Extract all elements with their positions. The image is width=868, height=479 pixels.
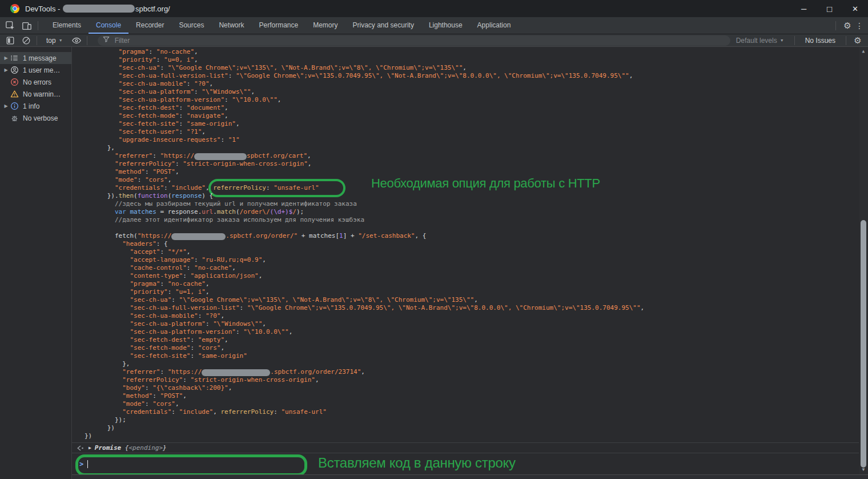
console-code-line: }) [85,424,868,432]
tab-performance[interactable]: Performance [251,17,306,34]
sidebar-item-verbose[interactable]: No verbose [0,112,71,124]
redacted-text-blur [202,369,270,376]
console-result-row: ▶ Promise {<pending>} [72,443,868,453]
console-settings-gear-icon[interactable]: ⚙ [851,35,865,46]
sidebar-item-label: No warnin… [23,90,61,98]
sidebar-item-messages[interactable]: ▶ 1 message [0,52,71,64]
console-code-line: //здесь мы разбираем текущий url и получ… [85,200,868,208]
console-code-line: "sec-ch-ua-platform-version": "\"10.0.0\… [85,328,868,336]
expand-arrow-icon[interactable]: ▶ [89,445,91,450]
bottom-strip [72,474,868,479]
console-code-line: "referrerPolicy": "strict-origin-when-cr… [85,376,868,384]
console-code-line: var matches = response.url.match(/order\… [85,208,868,216]
console-code-line: "sec-ch-ua": "\"Google Chrome\";v=\"135\… [85,296,868,304]
console-code-line: "headers": { [85,240,868,248]
console-code-line: "sec-ch-ua-full-version-list": "\"Google… [85,72,868,80]
filter-box[interactable] [98,35,730,46]
tab-memory[interactable]: Memory [306,17,345,34]
scroll-up-arrow-icon[interactable]: ▲ [859,48,868,55]
console-code-line: "accept": "*/*", [85,248,868,256]
console-code-line: "method": "POST", [85,392,868,400]
tab-recorder[interactable]: Recorder [128,17,171,34]
console-code-line: "referrer": "https://spbctf.org/cart", [85,152,868,160]
inspect-element-icon[interactable] [4,19,17,32]
console-sidebar-toggle-icon[interactable] [5,35,16,46]
filter-funnel-icon [102,35,110,46]
console-code-line: "sec-ch-ua-platform": "\"Windows\"", [85,320,868,328]
chevron-down-icon: ▼ [780,38,784,42]
log-levels-dropdown[interactable]: Default levels ▼ [736,37,784,45]
console-code-line: "sec-ch-ua": "\"Google Chrome\";v=\"135\… [85,64,868,72]
user-icon [10,66,19,75]
console-code-line: "upgrade-insecure-requests": "1" [85,136,868,144]
console-code-line: "content-type": "application/json", [85,272,868,280]
minimize-button[interactable]: ─ [791,0,817,17]
console-code-line: "sec-fetch-mode": "navigate", [85,112,868,120]
tab-network[interactable]: Network [211,17,251,34]
device-toolbar-icon[interactable] [21,19,33,32]
expand-arrow-icon[interactable]: ▶ [3,55,9,61]
console-code-line: "pragma": "no-cache", [85,48,868,56]
context-selector[interactable]: top ▼ [46,37,63,45]
scrollbar[interactable]: ▲ ▼ [859,47,868,474]
expand-arrow-icon[interactable]: ▶ [3,103,9,109]
console-code-line: "referrer": "https://.spbctf.org/order/2… [85,368,868,376]
annotation-text: Вставляем код в данную строку [318,455,516,471]
info-icon [10,102,19,111]
console-code-line: "sec-fetch-dest": "document", [85,104,868,112]
scrollbar-thumb[interactable] [861,220,866,468]
console-code-line: "sec-ch-ua-mobile": "?0", [85,312,868,320]
chevron-down-icon: ▼ [59,38,63,42]
console-code-line: "sec-fetch-site": "same-origin", [85,120,868,128]
clear-console-icon[interactable] [21,35,32,46]
console-code-line: "referrerPolicy": "strict-origin-when-cr… [85,160,868,168]
sidebar-item-warnings[interactable]: No warnin… [0,88,71,100]
console-code-line: "credentials": "include", referrerPolicy… [85,184,868,192]
console-code-line: "sec-ch-ua-mobile": "?0", [85,80,868,88]
console-code-line: "sec-ch-ua-full-version-list": "\"Google… [85,304,868,312]
divider [38,21,38,30]
redacted-host-blur [63,5,135,13]
promise-brace: } [163,444,167,452]
console-code-line: "sec-ch-ua-platform": "\"Windows\"", [85,88,868,96]
titlebar: DevTools - spbctf.org/ ─ □ ✕ [0,0,868,17]
tab-privacy-and-security[interactable]: Privacy and security [345,17,421,34]
filter-input[interactable] [114,36,726,45]
sidebar-item-user-messages[interactable]: ▶ 1 user me… [0,64,71,76]
sidebar-item-errors[interactable]: No errors [0,76,71,88]
tab-lighthouse[interactable]: Lighthouse [421,17,470,34]
console-sidebar: ▶ 1 message ▶ 1 user me… No errors [0,47,72,479]
text-cursor [87,460,88,468]
console-toolbar: top ▼ Default levels ▼ No Issues ⚙ [0,34,868,47]
sidebar-item-label: 1 info [23,102,39,110]
redacted-text-blur [171,233,226,240]
console-code-line: "sec-fetch-mode": "cors", [85,344,868,352]
console-code-line: }).then(function(response) { [85,192,868,200]
scroll-down-arrow-icon[interactable]: ▼ [859,466,868,473]
tab-console[interactable]: Console [89,17,128,34]
expand-arrow-icon[interactable]: ▶ [3,67,9,73]
tab-application[interactable]: Application [470,17,519,34]
console-code-line: "method": "POST", [85,168,868,176]
window-title: DevTools - spbctf.org/ [25,5,170,13]
promise-name: Promise [95,444,125,452]
maximize-button[interactable]: □ [817,0,842,17]
console-code-line: }) [85,432,868,440]
more-options-kebab-icon[interactable]: ⋮ [854,21,865,30]
sidebar-item-info[interactable]: ▶ 1 info [0,100,71,112]
issues-counter[interactable]: No Issues [805,37,835,45]
context-selector-label: top [46,37,56,45]
devtools-tabbar: Elements Console Recorder Sources Networ… [0,17,868,34]
console-code-line: "priority": "u=1, i", [85,288,868,296]
sidebar-item-label: No verbose [23,114,58,122]
tab-sources[interactable]: Sources [171,17,211,34]
console-input-row[interactable]: > Вставляем код в данную строку [72,453,868,474]
console-code-line: fetch("https://.spbctf.org/order/" + mat… [85,232,868,240]
live-expression-eye-icon[interactable] [71,35,82,46]
settings-gear-icon[interactable]: ⚙ [841,21,854,31]
console-code-line: "sec-fetch-user": "?1", [85,128,868,136]
annotation-rect [75,454,307,476]
console-code-line: "pragma": "no-cache", [85,280,868,288]
close-button[interactable]: ✕ [842,0,868,17]
tab-elements[interactable]: Elements [45,17,89,34]
